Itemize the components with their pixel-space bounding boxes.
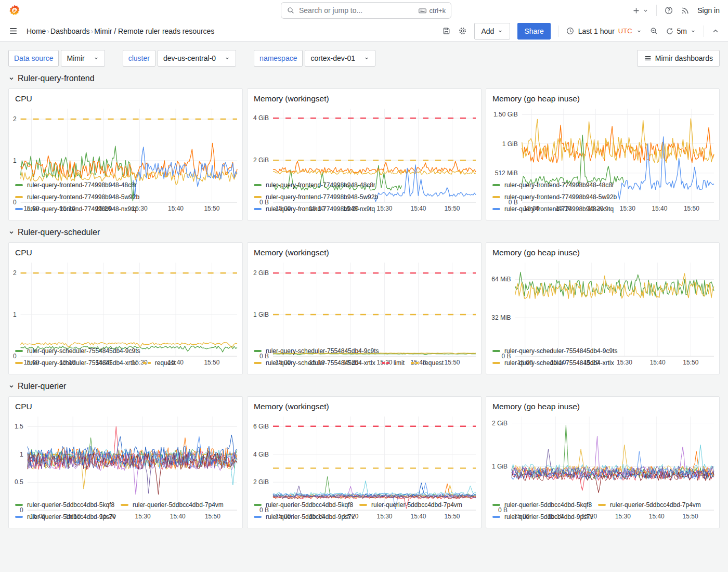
legend-item[interactable]: ruler-querier-5ddbcc4dbd-5kqf8 xyxy=(15,499,114,511)
legend-item[interactable]: ruler-query-frontend-774998b948-nx9tq xyxy=(254,203,375,215)
help-button[interactable] xyxy=(664,6,673,15)
breadcrumb-separator: › xyxy=(47,27,49,35)
legend-item[interactable]: ruler-querier-5ddbcc4dbd-7p4vm xyxy=(121,499,224,511)
refresh-picker[interactable]: 5m xyxy=(666,27,696,35)
share-button[interactable]: Share xyxy=(517,23,550,40)
panel-cpu: CPU 15:0015:1015:2015:3015:4015:5000.511… xyxy=(8,396,243,528)
timeseries-chart[interactable]: 15:0015:1015:2015:3015:4015:500 B32 MiB6… xyxy=(486,258,719,344)
breadcrumb-dashboards[interactable]: Dashboards xyxy=(50,27,90,35)
legend-item[interactable]: ruler-querier-5ddbcc4dbd-7p4vm xyxy=(598,499,701,511)
mimir-dashboards-button[interactable]: Mimir dashboards xyxy=(637,50,720,67)
keyboard-icon xyxy=(418,6,427,15)
time-range-picker[interactable]: Last 1 hour UTC xyxy=(566,27,642,35)
svg-text:2 GiB: 2 GiB xyxy=(253,269,269,277)
svg-text:2 GiB: 2 GiB xyxy=(253,478,269,486)
legend-item[interactable]: ruler-query-scheduler-7554845db4-xrtlx xyxy=(254,357,375,369)
legend-item[interactable]: ruler-query-scheduler-7554845db4-9c9ts xyxy=(15,345,140,357)
timeseries-chart[interactable]: 15:0015:1015:2015:3015:4015:500 B2 GiB4 … xyxy=(248,105,481,178)
legend-item[interactable]: ruler-querier-5ddbcc4dbd-5kqf8 xyxy=(254,499,353,511)
legend-item[interactable]: ruler-query-scheduler-7554845db4-9c9ts xyxy=(254,345,379,357)
news-button[interactable] xyxy=(681,6,690,15)
timeseries-chart[interactable]: 15:0015:1015:2015:3015:4015:500 B2 GiB4 … xyxy=(248,412,481,498)
panel-title[interactable]: Memory (workingset) xyxy=(248,243,481,258)
legend-item[interactable]: ruler-query-frontend-774998b948-nx9tq xyxy=(15,203,136,215)
sign-in-button[interactable]: Sign in xyxy=(697,6,720,15)
datasource-select[interactable]: Mimir xyxy=(61,50,105,67)
panel-title[interactable]: Memory (workingset) xyxy=(248,397,481,412)
legend-swatch xyxy=(598,504,606,506)
panel-title[interactable]: CPU xyxy=(9,243,242,258)
legend-item[interactable]: request xyxy=(411,357,444,369)
namespace-select[interactable]: cortex-dev-01 xyxy=(305,50,375,67)
timeseries-chart[interactable]: 15:0015:1015:2015:3015:4015:50012 xyxy=(9,105,242,178)
legend-label: ruler-query-frontend-774998b948-5w92b xyxy=(266,193,378,201)
legend-item[interactable]: ruler-query-frontend-774998b948-48c8r xyxy=(15,179,137,191)
legend-item[interactable]: ruler-query-frontend-774998b948-5w92b xyxy=(492,191,617,203)
chart-legend: ruler-query-frontend-774998b948-48c8rrul… xyxy=(486,178,719,220)
panel-title[interactable]: Memory (go heap inuse) xyxy=(486,243,719,258)
row-header[interactable]: Ruler-querier xyxy=(8,382,720,391)
save-dashboard-button[interactable] xyxy=(442,27,451,35)
legend-item[interactable]: ruler-querier-5ddbcc4dbd-9ps7v xyxy=(15,511,116,523)
legend-item[interactable]: ruler-querier-5ddbcc4dbd-9ps7v xyxy=(492,511,593,523)
timeseries-chart[interactable]: 15:0015:1015:2015:3015:4015:500 B1 GiB2 … xyxy=(248,258,481,344)
mega-menu-button[interactable] xyxy=(8,26,18,36)
panel-title[interactable]: Memory (go heap inuse) xyxy=(486,89,719,105)
row-header[interactable]: Ruler-query-frontend xyxy=(8,74,720,83)
panel-title[interactable]: Memory (go heap inuse) xyxy=(486,397,719,412)
timeseries-chart[interactable]: 15:0015:1015:2015:3015:4015:500 B1 GiB2 … xyxy=(486,412,719,498)
legend-swatch xyxy=(143,362,151,364)
dashboard-toolbar: Home › Dashboards › Mimir / Remote ruler… xyxy=(0,21,728,42)
legend-item[interactable]: ruler-query-scheduler-7554845db4-9c9ts xyxy=(492,345,617,357)
chart-legend: ruler-query-frontend-774998b948-48c8rrul… xyxy=(248,178,481,220)
dashboard-canvas: Data source Mimir cluster dev-us-central… xyxy=(0,50,728,528)
panel-memory-go-heap: Memory (go heap inuse) 15:0015:1015:2015… xyxy=(486,88,720,220)
row-collapse-icon xyxy=(8,75,15,82)
variable-cluster: cluster dev-us-central-0 xyxy=(123,50,236,67)
legend-item[interactable]: ruler-query-frontend-774998b948-nx9tq xyxy=(492,203,614,215)
svg-text:32 MiB: 32 MiB xyxy=(491,314,511,321)
legend-item[interactable]: ruler-query-frontend-774998b948-48c8r xyxy=(492,179,614,191)
legend-item[interactable]: ruler-querier-5ddbcc4dbd-5kqf8 xyxy=(492,499,592,511)
collapse-toolbar-button[interactable] xyxy=(711,27,720,35)
cluster-value: dev-us-central-0 xyxy=(163,54,216,62)
grafana-logo[interactable] xyxy=(8,4,21,17)
svg-text:6 GiB: 6 GiB xyxy=(253,423,269,430)
svg-text:512 MiB: 512 MiB xyxy=(495,170,518,177)
timeseries-chart[interactable]: 15:0015:1015:2015:3015:4015:500 B512 MiB… xyxy=(486,105,719,178)
panel-title[interactable]: CPU xyxy=(9,89,242,105)
legend-swatch xyxy=(359,504,367,506)
search-placeholder: Search or jump to... xyxy=(299,6,414,15)
new-menu-button[interactable] xyxy=(632,6,649,15)
search-icon xyxy=(287,6,295,15)
row-header[interactable]: Ruler-query-scheduler xyxy=(8,228,720,237)
legend-label: ruler-querier-5ddbcc4dbd-7p4vm xyxy=(133,501,224,509)
breadcrumb-home[interactable]: Home xyxy=(27,27,46,35)
legend-item[interactable]: ruler-query-scheduler-7554845db4-xrtlx xyxy=(492,357,614,369)
timeseries-chart[interactable]: 15:0015:1015:2015:3015:4015:5000.511.5 xyxy=(9,412,242,498)
legend-item[interactable]: limit xyxy=(382,357,405,369)
legend-item[interactable]: request xyxy=(143,357,176,369)
legend-item[interactable]: ruler-querier-5ddbcc4dbd-7p4vm xyxy=(359,499,462,511)
panel-title[interactable]: Memory (workingset) xyxy=(248,89,481,105)
dashboard-settings-button[interactable] xyxy=(458,27,467,35)
chart-legend: ruler-query-scheduler-7554845db4-9c9tsru… xyxy=(486,344,719,374)
shortcut-text: ctrl+k xyxy=(430,7,446,15)
timeseries-chart[interactable]: 15:0015:1015:2015:3015:4015:50012 xyxy=(9,258,242,344)
search-shortcut: ctrl+k xyxy=(418,6,446,15)
legend-item[interactable]: ruler-querier-5ddbcc4dbd-9ps7v xyxy=(254,511,355,523)
legend-item[interactable]: ruler-query-frontend-774998b948-5w92b xyxy=(254,191,378,203)
svg-text:2 GiB: 2 GiB xyxy=(492,420,508,427)
add-button[interactable]: Add xyxy=(474,23,510,40)
legend-item[interactable]: ruler-query-frontend-774998b948-48c8r xyxy=(254,179,375,191)
search-input[interactable]: Search or jump to... ctrl+k xyxy=(281,2,451,19)
legend-label: ruler-querier-5ddbcc4dbd-7p4vm xyxy=(371,501,462,509)
panel-title[interactable]: CPU xyxy=(9,397,242,412)
legend-label: ruler-query-frontend-774998b948-5w92b xyxy=(27,193,139,201)
cluster-select[interactable]: dev-us-central-0 xyxy=(158,50,236,67)
legend-swatch xyxy=(411,362,419,364)
legend-item[interactable]: ruler-query-frontend-774998b948-5w92b xyxy=(15,191,139,203)
legend-swatch xyxy=(254,504,262,506)
zoom-out-button[interactable] xyxy=(649,27,658,35)
legend-item[interactable]: ruler-query-scheduler-7554845db4-xrtlx xyxy=(15,357,137,369)
